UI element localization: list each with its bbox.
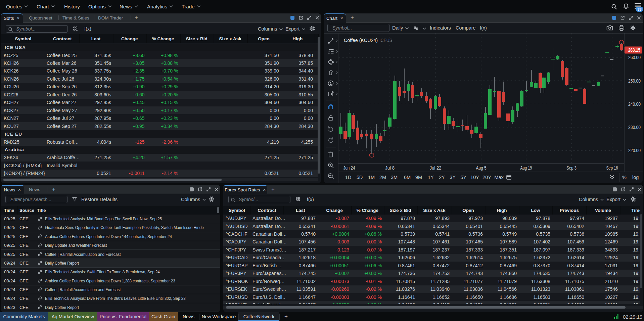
svg-text:Jul 22: Jul 22 <box>430 165 442 171</box>
svg-text:230.00: 230.00 <box>628 124 641 130</box>
svg-text:250.00: 250.00 <box>628 78 641 84</box>
svg-text:220.00: 220.00 <box>628 147 641 153</box>
svg-text:ICEUS: ICEUS <box>379 37 392 43</box>
svg-text:Aug 5: Aug 5 <box>476 165 487 171</box>
svg-text:Aug 19: Aug 19 <box>520 165 532 171</box>
svg-text:Sep 16: Sep 16 <box>606 165 618 171</box>
svg-text:Sep 3: Sep 3 <box>566 165 577 171</box>
svg-text:260.00: 260.00 <box>628 54 641 60</box>
svg-text:240.00: 240.00 <box>628 101 641 107</box>
svg-text:263.15: 263.15 <box>628 47 640 53</box>
svg-text:Jul 8: Jul 8 <box>385 165 395 171</box>
svg-text:Coffee (KCU24): Coffee (KCU24) <box>344 37 378 43</box>
svg-text:Jun 24: Jun 24 <box>343 165 355 171</box>
